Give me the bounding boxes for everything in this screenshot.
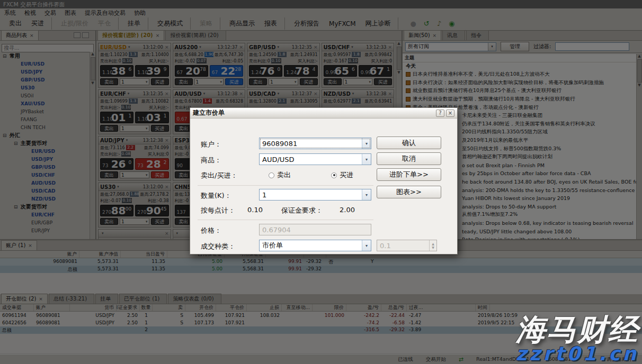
account-row[interactable]: 960890815,573.3111.355.005,568.3199.91-2… (0, 258, 642, 266)
position-row[interactable]: 6042265696089081USD/JPY2.501S107.173107.… (0, 319, 642, 326)
tree-item[interactable]: USD/JPY (0, 68, 90, 76)
tree-item[interactable]: 主要货币对 (0, 139, 90, 147)
close-icon[interactable]: × (165, 138, 169, 143)
tree-item[interactable]: NZD/USD (0, 195, 90, 203)
quote-panel-header[interactable]: USD/CAD ▾ 13:12:37 × (247, 90, 319, 98)
buy-price-button[interactable]: 270 90 45 (135, 205, 168, 216)
tree-item[interactable]: GBP/USD (0, 163, 90, 171)
close-icon[interactable]: × (433, 33, 437, 38)
sell-button[interactable]: 卖出 (324, 78, 342, 85)
tree-item[interactable]: XAU/USD (0, 99, 90, 107)
buy-radio[interactable]: 买进 (331, 170, 353, 180)
column-header[interactable]: 总盈/亏 (381, 304, 407, 311)
buy-button[interactable]: 买进 (374, 78, 392, 85)
chevron-down-icon[interactable]: ▾ (362, 240, 371, 251)
dialog-titlebar[interactable]: 建立市价单 ? × (190, 108, 457, 119)
scroll-thumb[interactable] (91, 57, 95, 80)
sell-button[interactable]: 卖出 (100, 218, 118, 225)
column-header[interactable]: 止损 (247, 304, 282, 311)
scroll-thumb[interactable] (397, 47, 402, 70)
chevron-down-icon[interactable]: ▾ (128, 92, 130, 96)
column-header[interactable]: 卖 (153, 304, 185, 311)
scroll-down-icon[interactable]: ▼ (397, 70, 400, 75)
news-item[interactable]: 日本央行维持基准利率不变，美元/日元处在108上方波动不大 (403, 70, 636, 79)
tree-item[interactable]: USD/CAD (0, 187, 90, 195)
column-header[interactable]: 账户 (34, 304, 70, 311)
tree-item[interactable]: FAANG (0, 115, 90, 123)
manage-button[interactable]: 管理 (501, 42, 529, 51)
sell-price-button[interactable]: 270 88 00 (100, 205, 133, 216)
quote-panel-header[interactable]: NZD/USD ▾ 13:12:38 × (322, 90, 394, 98)
news-tab[interactable]: 新闻(50) × (404, 30, 441, 40)
column-header[interactable]: 当日盈亏 (121, 251, 167, 258)
sell-radio[interactable]: 卖出 (269, 170, 291, 180)
chevron-down-icon[interactable]: ▾ (352, 92, 354, 96)
confirm-button[interactable]: 确认 (377, 136, 441, 149)
news-item[interactable]: 就业数据后预计澳储行将在10月降息25个基点 - 澳大利亚联邦银行 (403, 87, 636, 95)
toolbar-button[interactable]: 止损/限价 (56, 17, 93, 30)
close-icon[interactable]: × (314, 91, 318, 96)
chevron-down-icon[interactable]: ▾ (126, 138, 128, 142)
tree-item[interactable]: 外汇 (0, 131, 90, 139)
toolbar-button[interactable]: 策略 (195, 17, 220, 30)
quotes-tab[interactable]: 报价视窗(简易) (20) (165, 30, 226, 40)
chevron-down-icon[interactable]: ▾ (128, 45, 130, 49)
close-icon[interactable]: × (446, 110, 454, 117)
buy-price-button[interactable]: 1.24 78 4 (284, 65, 317, 77)
column-header[interactable]: 直至移动... (282, 304, 313, 311)
tree-item[interactable]: US30 (0, 84, 90, 92)
quotes-tab[interactable]: 报价视窗(进阶) (20) × (97, 30, 164, 40)
column-header[interactable]: 时间 (476, 304, 490, 311)
column-header[interactable]: 账户净值 (79, 251, 121, 258)
toolbar-button[interactable]: 分析报告 (289, 17, 324, 30)
tree-item[interactable]: EUR/GBP (0, 219, 90, 226)
tree-item[interactable]: GBP/USD (0, 76, 90, 84)
sidebar-scrollbar[interactable]: ▲ ▼ (90, 52, 95, 239)
tree-item[interactable]: EUR/USD (0, 60, 90, 68)
quote-panel-header[interactable]: AUD/USD ▾ 13:12:38 × (173, 90, 245, 98)
advanced-order-button[interactable]: 进阶下单>> (377, 168, 441, 181)
sell-price-button[interactable]: 1.10 38 6 (100, 65, 133, 77)
buy-button[interactable]: 买进 (151, 78, 169, 85)
undo-icon[interactable]: ↺ (424, 20, 430, 28)
scroll-up-icon[interactable]: ▲ (91, 52, 94, 57)
chevron-down-icon[interactable]: ▾ (362, 189, 371, 200)
quote-panel-header[interactable]: ▾ × (99, 230, 171, 238)
sell-price-button[interactable]: 67 20 78 (175, 65, 208, 77)
account-select[interactable]: 96089081 ▾ (259, 138, 371, 149)
close-icon[interactable]: × (388, 91, 392, 96)
sell-button[interactable]: 卖出 (175, 78, 193, 85)
toolbar-button[interactable]: 卖出 (4, 17, 26, 30)
news-tab[interactable]: 指令 (466, 30, 489, 40)
quote-panel-header[interactable]: GBP/USD ▾ 13:12:35 × (247, 43, 319, 51)
chevron-down-icon[interactable]: ▾ (199, 45, 201, 49)
scroll-up-icon[interactable]: ▲ (397, 41, 400, 46)
scroll-thumb[interactable] (637, 59, 642, 83)
sell-button[interactable]: 卖出 (100, 78, 118, 85)
scroll-up-icon[interactable]: ▲ (638, 54, 640, 59)
news-item[interactable]: 澳大利亚就业数据逊于预期，预期澳储行10月将降息 - 澳大利亚联邦银行 (403, 95, 636, 104)
close-icon[interactable]: × (165, 184, 169, 189)
column-header[interactable]: 盈/亏 (346, 304, 381, 311)
buy-price-button[interactable]: 1.10 03 1 (135, 112, 168, 123)
close-icon[interactable]: × (165, 91, 169, 96)
menu-item[interactable]: 提示及自动交易 (81, 9, 130, 17)
tab-accounts[interactable]: 账户 (1) × (1, 240, 37, 250)
quantity-select[interactable]: 1 ▾ (120, 125, 149, 132)
toolbar-button[interactable]: MyFXCM (324, 19, 360, 29)
column-header[interactable]: 货币 (70, 304, 117, 311)
quote-panel-header[interactable]: US30 ▾ 13:12:00 × (99, 183, 171, 191)
tree-item[interactable]: USD/JPY (0, 155, 90, 163)
sell-price-button[interactable]: 1.10 01 1 (100, 112, 133, 123)
column-header[interactable]: 开仓价 (185, 304, 216, 311)
sell-button[interactable]: 卖出 (100, 171, 118, 178)
layout-icon[interactable] (74, 32, 81, 38)
chevron-down-icon[interactable]: ▾ (102, 231, 104, 235)
tree-expand-icon[interactable] (14, 141, 21, 146)
toolbar-button[interactable]: 买进 (26, 17, 52, 30)
sell-price-button[interactable]: 0.99 65 6 (324, 65, 357, 77)
chevron-down-icon[interactable]: ▾ (176, 231, 179, 235)
close-icon[interactable]: × (239, 91, 243, 96)
buy-price-button[interactable]: 73 28 2 (135, 158, 168, 170)
buy-button[interactable]: 买进 (225, 78, 243, 85)
